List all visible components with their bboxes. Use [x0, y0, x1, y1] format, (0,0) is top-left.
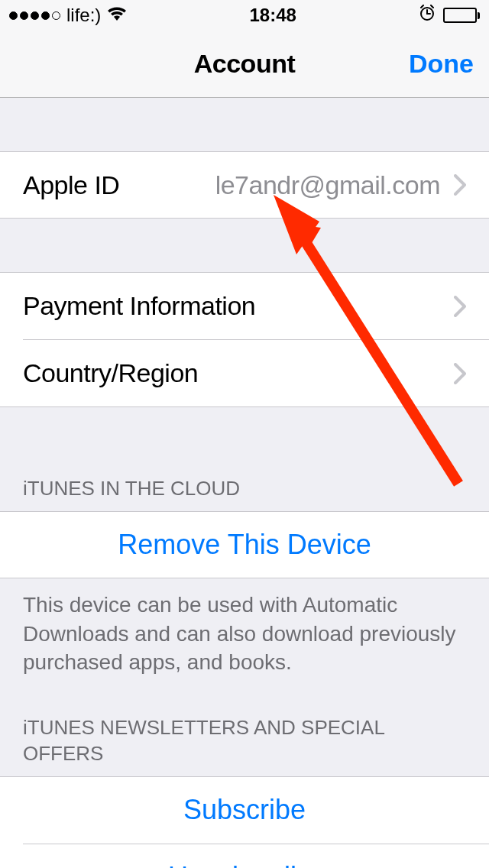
payment-information-row[interactable]: Payment Information [0, 272, 489, 339]
country-region-label: Country/Region [23, 358, 448, 388]
page-title: Account [194, 49, 296, 79]
payment-information-label: Payment Information [23, 291, 448, 321]
chevron-right-icon [454, 363, 466, 384]
itunes-cloud-footer: This device can be used with Automatic D… [0, 578, 489, 677]
newsletters-header: iTUNES NEWSLETTERS AND SPECIAL OFFERS [0, 677, 489, 776]
unsubscribe-label: Unsubscribe [168, 861, 321, 868]
content: Apple ID le7andr@gmail.com Payment Infor… [0, 98, 489, 868]
signal-strength-icon [9, 11, 60, 20]
remove-this-device-label: Remove This Device [118, 529, 371, 561]
subscribe-label: Subscribe [183, 794, 306, 826]
country-region-row[interactable]: Country/Region [0, 340, 489, 407]
navigation-bar: Account Done [0, 31, 489, 98]
apple-id-value: le7andr@gmail.com [119, 170, 448, 200]
unsubscribe-button[interactable]: Unsubscribe [0, 844, 489, 868]
remove-this-device-button[interactable]: Remove This Device [0, 511, 489, 578]
subscribe-button[interactable]: Subscribe [0, 776, 489, 844]
status-time: 18:48 [249, 5, 296, 26]
wifi-icon [107, 5, 127, 26]
status-bar: life:) 18:48 [0, 0, 489, 31]
itunes-cloud-header: iTUNES IN THE CLOUD [0, 407, 489, 511]
status-left: life:) [9, 5, 127, 26]
chevron-right-icon [454, 296, 466, 317]
done-button[interactable]: Done [409, 49, 474, 79]
apple-id-row[interactable]: Apple ID le7andr@gmail.com [0, 151, 489, 219]
battery-icon [443, 8, 480, 23]
apple-id-label: Apple ID [23, 170, 119, 200]
alarm-icon [419, 5, 436, 26]
carrier-label: life:) [66, 5, 101, 26]
status-right [419, 5, 480, 26]
chevron-right-icon [454, 174, 466, 196]
